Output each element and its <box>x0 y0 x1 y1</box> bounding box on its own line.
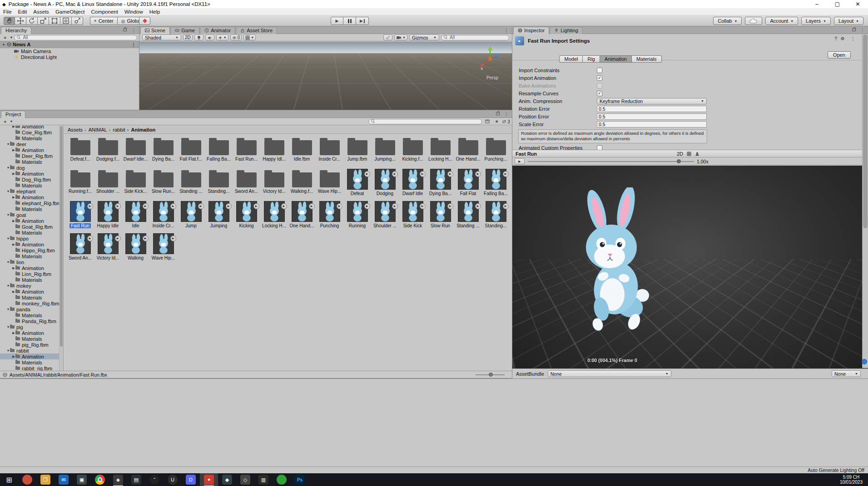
scene-search-input[interactable]: All <box>441 35 509 40</box>
taskbar-explorer-icon[interactable]: ❒ <box>36 473 55 486</box>
tree-foldout-icon[interactable]: ▶ <box>12 172 15 176</box>
taskbar-line-icon[interactable] <box>273 473 291 486</box>
layout-dropdown[interactable]: Layout▼ <box>834 17 863 25</box>
project-item[interactable]: ▶ Walking <box>122 232 149 265</box>
tree-item[interactable]: ▶ Animation <box>0 241 63 247</box>
tree-foldout-icon[interactable]: ▶ <box>12 290 15 294</box>
scene-canvas[interactable]: x Persp <box>139 42 512 110</box>
notification-bubble[interactable] <box>862 359 867 364</box>
project-item[interactable]: ▶ Falling Ba... <box>482 168 510 200</box>
favorite-search-button[interactable]: ★ <box>493 118 501 124</box>
breadcrumb-item[interactable]: Assets <box>67 127 84 133</box>
hierarchy-item-main-camera[interactable]: Main Camera <box>0 48 139 54</box>
tree-item[interactable]: ▶ Animation <box>0 194 63 200</box>
hidden-packages-counter[interactable]: 3 <box>502 119 510 124</box>
project-item[interactable]: ▶ Dodging.f... <box>94 136 122 168</box>
effects-dropdown[interactable]: ▼ <box>216 34 228 40</box>
taskbar-unity-cube-icon[interactable]: ◇ <box>236 473 254 486</box>
tree-foldout-icon[interactable]: ▼ <box>6 237 10 240</box>
help-icon[interactable]: ? <box>834 36 837 41</box>
tab-asset-store[interactable]: Asset Store <box>236 27 277 34</box>
scale-tool-button[interactable] <box>38 17 49 25</box>
2d-toggle[interactable]: 2D <box>183 34 193 40</box>
project-item[interactable]: ▶ Defeat.f... <box>66 136 94 168</box>
project-item[interactable]: ▶ Standing... <box>205 168 233 200</box>
menu-item[interactable]: GameObject <box>52 8 88 15</box>
tab-rig[interactable]: Rig <box>583 55 600 63</box>
play-button[interactable]: ▶ <box>331 17 343 25</box>
project-item[interactable]: ▶ Fast Run... <box>233 136 260 168</box>
play-badge-icon[interactable]: ▶ <box>475 203 481 209</box>
avatar-icon[interactable] <box>695 152 699 156</box>
project-item[interactable]: ▶ Fall Flat <box>454 168 482 200</box>
project-item[interactable]: ▶ Side Kick <box>399 200 427 232</box>
tree-foldout-icon[interactable]: ▼ <box>6 166 10 169</box>
project-item[interactable]: ▶ Dodging <box>371 168 399 200</box>
project-item[interactable]: ▶ Running <box>343 200 371 232</box>
play-badge-icon[interactable]: ▶ <box>198 203 204 209</box>
play-badge-icon[interactable]: ▶ <box>87 203 93 209</box>
menu-item[interactable]: Component <box>88 8 121 15</box>
lock-icon[interactable] <box>496 113 500 115</box>
taskbar-discord-icon[interactable]: D <box>182 473 200 486</box>
scene-menu-icon[interactable]: ⋮ <box>129 42 139 47</box>
project-item[interactable]: ▶ Running.f... <box>66 168 94 200</box>
tree-item[interactable]: Materials <box>0 182 63 188</box>
project-item[interactable]: ▶ Dwarf Idle <box>399 168 427 200</box>
play-badge-icon[interactable]: ▶ <box>337 203 342 209</box>
play-badge-icon[interactable]: ▶ <box>392 203 398 209</box>
scene-audio-toggle[interactable] <box>205 34 214 40</box>
tree-item[interactable]: monkey_Rig.fbm <box>0 300 63 306</box>
play-badge-icon[interactable]: ▶ <box>392 171 398 177</box>
draw-mode-dropdown[interactable]: Shaded▼ <box>142 34 181 40</box>
tree-item[interactable]: Panda_Rig.fbm <box>0 318 63 324</box>
create-asset-button[interactable]: + <box>2 118 8 124</box>
tree-item[interactable]: ▶ Animation <box>0 171 63 177</box>
play-badge-icon[interactable]: ▶ <box>420 171 426 177</box>
project-item[interactable]: ▶ Wave Hip... <box>316 168 343 200</box>
tree-item[interactable]: Materials <box>0 312 63 318</box>
preset-gear-icon[interactable] <box>840 36 845 41</box>
menu-item[interactable]: File <box>0 8 15 15</box>
preview-play-button[interactable]: ▶ <box>515 158 525 164</box>
tree-item[interactable]: ▼ elephant <box>0 188 63 194</box>
slider-thumb[interactable] <box>489 373 493 377</box>
project-item[interactable]: ▶ Punching... <box>482 136 510 168</box>
tree-item[interactable]: Cow_Rig.fbm <box>0 129 63 135</box>
project-item[interactable]: ▶ Inside Cr... <box>149 200 177 232</box>
play-badge-icon[interactable]: ▶ <box>281 203 287 209</box>
tree-item[interactable]: ▼ goat <box>0 212 63 218</box>
search-by-type-button[interactable] <box>483 118 491 124</box>
breadcrumb-item[interactable]: ANIMAL <box>84 127 108 133</box>
move-tool-button[interactable] <box>15 17 26 25</box>
tree-item[interactable]: ▶ Animation <box>0 265 63 271</box>
tree-scrollbar[interactable] <box>59 126 63 371</box>
tree-foldout-icon[interactable]: ▶ <box>12 243 15 246</box>
editor-tool-button[interactable] <box>139 17 150 25</box>
tree-item[interactable]: ▶ Animation <box>0 147 63 153</box>
project-item[interactable]: ▶ Dying Ba... <box>149 136 177 168</box>
scrollbar-thumb[interactable] <box>863 34 868 228</box>
scene-header-row[interactable]: ▼ News A ⋮ <box>0 41 139 48</box>
open-button[interactable]: Open <box>828 51 851 59</box>
tree-item[interactable]: Hippo_Rig.fbm <box>0 247 63 253</box>
auto-generate-lighting-status[interactable]: Auto Generate Lighting Off <box>808 467 864 473</box>
tree-foldout-icon[interactable]: ▼ <box>6 142 10 146</box>
preview-grid-icon[interactable] <box>687 152 691 156</box>
project-item[interactable]: ▶ Happy Idle <box>94 200 122 232</box>
taskbar-active-app-icon[interactable]: ✦ <box>200 473 218 486</box>
project-item[interactable]: ▶ Sword An... <box>66 232 94 265</box>
tree-item[interactable]: ▼ mokey <box>0 283 63 289</box>
project-item[interactable]: ▶ Jumping... <box>371 136 399 168</box>
camera-settings-dropdown[interactable]: ▼ <box>394 34 407 40</box>
project-item[interactable]: ▶ Dwarf Idle... <box>122 136 149 168</box>
tree-item[interactable]: Lion_Rig.fbm <box>0 271 63 277</box>
project-item[interactable]: ▶ Jump <box>177 200 205 232</box>
taskbar-app-icon[interactable]: ▤ <box>127 473 145 486</box>
play-badge-icon[interactable]: ▶ <box>143 236 149 241</box>
assetbundle-variant-dropdown[interactable]: None▼ <box>832 370 861 377</box>
project-item[interactable]: ▶ Fall Flat.f... <box>177 136 205 168</box>
tree-item[interactable]: Materials <box>0 277 63 283</box>
inspector-scrollbar[interactable] <box>862 34 868 368</box>
breadcrumb-item[interactable]: rabbit <box>108 127 126 133</box>
